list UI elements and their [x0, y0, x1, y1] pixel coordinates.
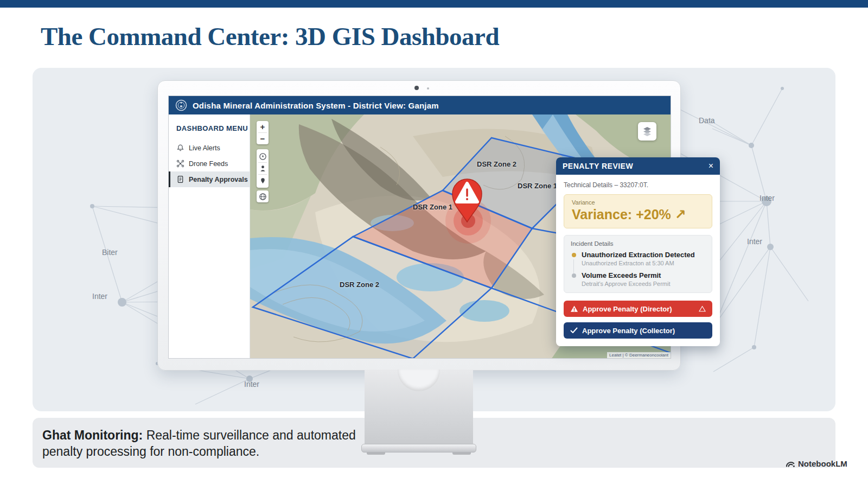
monitor-stand-foot [452, 452, 471, 455]
map-tools [257, 149, 269, 188]
incident-title: Unauthorized Extraction Detected [582, 251, 705, 259]
document-icon [176, 175, 184, 183]
slide: The Command Center: 3D GIS Dashboard D [0, 0, 868, 484]
approve-penalty-director-button[interactable]: Approve Penalty (Director) [564, 301, 712, 317]
variance-label: Variance [572, 199, 704, 206]
person-icon[interactable] [259, 164, 267, 173]
top-accent-strip [0, 0, 868, 8]
zoom-controls: + − [257, 121, 269, 144]
app-titlebar: Odisha Mineral Administration System - D… [169, 96, 671, 114]
technical-details: Technical Details – 33207:0T. [564, 181, 712, 189]
sidebar-item-label: Penalty Approvals [189, 176, 248, 183]
incident-item: Volume Exceeds Permit Detrait's Approve … [571, 271, 705, 287]
app-title: Odisha Mineral Administration System - D… [193, 101, 439, 110]
notebooklm-text: NotebookLM [798, 459, 847, 468]
pin-tool-icon[interactable] [259, 176, 267, 184]
globe-icon [259, 193, 267, 201]
penalty-panel-title: PENALTY REVIEW [563, 162, 633, 170]
network-label: Inter [760, 194, 775, 202]
sidebar-item-label: Drone Feeds [189, 160, 228, 168]
variance-card: Variance Variance: +20% ↗ [564, 194, 712, 228]
incident-subtitle: Unauthorized Extracton at 5:30 AM [582, 260, 705, 266]
network-label: Data [699, 116, 715, 125]
network-label: Biter [102, 248, 118, 257]
zoom-in-button[interactable]: + [257, 121, 269, 132]
button-label: Approve Penalty (Collector) [582, 327, 675, 335]
globe-button[interactable] [257, 190, 269, 202]
variance-value: Variance: +20% ↗ [572, 207, 704, 222]
network-label: Inter [747, 237, 762, 246]
incident-details-header: Incident Details [571, 240, 705, 247]
sidebar-item-live-alerts[interactable]: Live Alerts [169, 140, 250, 156]
button-label: Approve Penalty (Director) [583, 305, 672, 313]
odisha-emblem-icon [175, 99, 187, 111]
incident-title: Volume Exceeds Permit [582, 271, 705, 279]
bell-icon [176, 144, 184, 152]
network-label: Inter [92, 292, 107, 301]
penalty-review-panel: PENALTY REVIEW × Technical Details – 332… [556, 157, 720, 346]
sidebar-item-penalty-approvals[interactable]: Penalty Approvals [169, 171, 250, 187]
incident-item: Unauthorized Extraction Detected Unautho… [571, 251, 705, 266]
page-title: The Command Center: 3D GIS Dashboard [41, 22, 499, 51]
incident-subtitle: Detrait's Approve Exceeds Permit [582, 281, 705, 287]
warning-outline-icon [699, 305, 706, 312]
caption-bold: Ghat Monitoring: [42, 428, 143, 442]
zone-label: DSR Zone 1 [518, 182, 557, 190]
indicator-dot [427, 87, 429, 90]
notebooklm-icon [786, 460, 795, 468]
sidebar: DASHBOARD MENU Live Alerts [169, 114, 250, 359]
warning-icon [570, 305, 578, 313]
compass-icon[interactable] [259, 152, 267, 161]
zone-label: DSR Zone 1 [413, 203, 452, 211]
approve-penalty-collector-button[interactable]: Approve Penalty (Collector) [564, 322, 712, 339]
layers-button[interactable] [638, 122, 656, 141]
drone-icon [176, 160, 184, 168]
check-icon [570, 327, 578, 334]
monitor-stand-base [361, 444, 476, 453]
monitor-stand-foot [367, 452, 385, 455]
close-icon[interactable]: × [709, 162, 713, 170]
notebooklm-logo: NotebookLM [786, 459, 847, 468]
zoom-out-button[interactable]: − [257, 133, 269, 144]
penalty-panel-header: PENALTY REVIEW × [556, 157, 720, 175]
layers-icon [642, 126, 653, 137]
zone-label: DSR Zone 2 [340, 281, 379, 289]
incident-details-card: Incident Details Unauthorized Extraction… [564, 235, 712, 293]
network-label: Inter [244, 380, 259, 389]
map-attribution: Leatet | © Deermaneoncoolant [607, 352, 671, 358]
sidebar-header: DASHBOARD MENU [176, 124, 250, 132]
camera-dot [414, 86, 419, 90]
zone-label: DSR Zone 2 [477, 160, 516, 168]
sidebar-item-label: Live Alerts [189, 144, 220, 152]
caption-text: Ghat Monitoring: Real-time surveillance … [42, 427, 379, 460]
incident-dot [572, 253, 576, 257]
sidebar-item-drone-feeds[interactable]: Drone Feeds [169, 156, 250, 171]
incident-dot [572, 273, 576, 278]
